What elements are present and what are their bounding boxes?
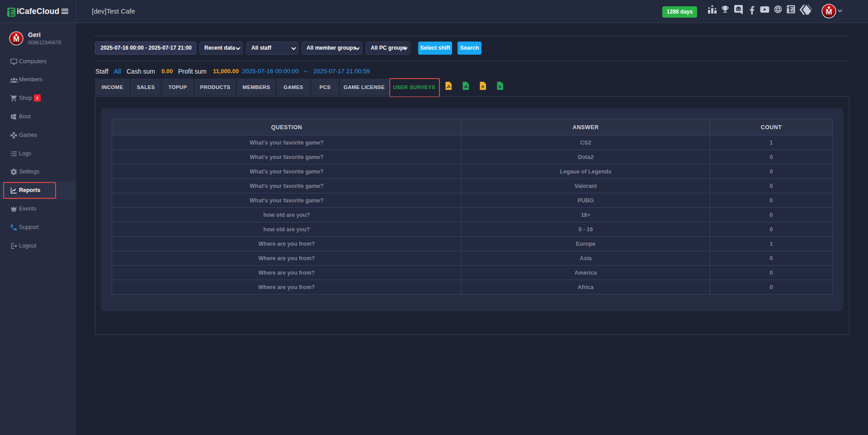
svg-text:X: X [499,84,502,89]
svg-text:X: X [481,84,485,89]
